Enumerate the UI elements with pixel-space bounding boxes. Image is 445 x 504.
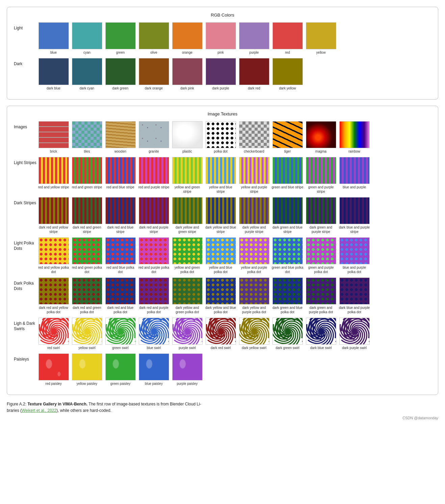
texture-label: dark red and yellow stripe: [37, 225, 70, 234]
texture-item: green paisley: [104, 353, 136, 386]
citation-link[interactable]: Weikert et al., 2022: [22, 408, 56, 413]
swirl-texture: [38, 318, 69, 345]
texture-label: purple swirl: [179, 346, 196, 350]
rgb-title: RGB Colors: [14, 12, 431, 18]
texture-label: dark yellow and purple polka dot: [238, 306, 270, 314]
swatch-label: yellow: [316, 50, 326, 55]
texture-item: dark yellow and green polka dot: [171, 277, 203, 314]
texture-item: dark red and yellow stripe: [37, 197, 70, 234]
swatch-item: pink: [205, 22, 237, 55]
texture-swatches-row: red swirlyellow swirlgreen swirlblue swi…: [37, 318, 370, 350]
texture-label: wooden: [114, 149, 126, 154]
texture-box: [172, 157, 203, 184]
texture-label: red and blue polka dot: [104, 265, 136, 274]
texture-box: [306, 277, 336, 304]
texture-item: dark yellow swirl: [238, 318, 270, 350]
texture-box: [105, 157, 136, 184]
texture-box: [339, 157, 370, 184]
texture-box: [206, 237, 236, 264]
texture-item: green and purple stripe: [305, 157, 337, 194]
texture-label: red and purple polka dot: [138, 265, 170, 274]
swatch-label: dark cyan: [80, 86, 94, 90]
swatch-item: dark blue: [37, 58, 70, 90]
texture-label: yellow and blue polka dot: [205, 265, 237, 274]
texture-label: dark yellow and green stripe: [171, 225, 203, 234]
texture-box: [172, 353, 203, 380]
swatch-item: green: [104, 22, 136, 55]
texture-label: blue and purple: [343, 185, 366, 189]
row-label: Images: [14, 121, 37, 130]
texture-item: tiger: [271, 121, 304, 154]
texture-box: [206, 157, 236, 184]
texture-row: Imagesbricktileswoodengraniteplasticpolk…: [14, 121, 431, 154]
texture-label: blue paisley: [145, 381, 163, 386]
texture-item: yellow swirl: [71, 318, 103, 350]
texture-item: red and yellow polka dot: [37, 237, 70, 274]
texture-box: [339, 121, 370, 148]
texture-box: [139, 353, 169, 380]
texture-box: [172, 237, 203, 264]
texture-label: yellow paisley: [77, 381, 98, 386]
color-swatch: [38, 22, 69, 49]
texture-label: purple paisley: [177, 381, 198, 386]
texture-box: [239, 197, 269, 224]
texture-swatches-row: dark red and yellow polka dotdark red an…: [37, 277, 370, 314]
swatch-label: dark purple: [212, 86, 229, 90]
texture-row: Light Polka Dotsred and yellow polka dot…: [14, 237, 431, 274]
texture-label: blue swirl: [147, 346, 161, 350]
watermark: CSDN @datamonday: [7, 416, 438, 420]
texture-box: [72, 353, 102, 380]
row-label: Light Polka Dots: [14, 237, 37, 251]
swatch-label: dark orange: [145, 86, 163, 90]
swirl-texture: [306, 318, 336, 345]
texture-label: yellow and purple stripe: [238, 185, 270, 194]
texture-box: [272, 277, 303, 304]
texture-label: yellow and blue stripe: [205, 185, 237, 194]
color-swatch: [72, 22, 102, 49]
texture-label: checkerboard: [244, 149, 264, 154]
swatch-label: green: [116, 50, 125, 55]
swirl-texture: [139, 318, 169, 345]
texture-label: polka dot: [214, 149, 228, 154]
texture-label: dark yellow and green polka dot: [171, 306, 203, 314]
texture-label: red and blue stripe: [106, 185, 134, 189]
texture-box: [105, 197, 136, 224]
swatch-item: dark pink: [171, 58, 203, 90]
swatch-label: cyan: [83, 50, 90, 55]
texture-label: dark red and yellow polka dot: [37, 306, 70, 314]
texture-item: red paisley: [37, 353, 70, 386]
swatch-label: blue: [50, 50, 57, 55]
texture-label: tiles: [84, 149, 90, 154]
swatch-label: orange: [182, 50, 192, 55]
texture-box: [72, 157, 102, 184]
texture-item: rainbow: [338, 121, 370, 154]
texture-box: [272, 197, 303, 224]
texture-item: dark green and blue polka dot: [271, 277, 304, 314]
texture-item: granite: [138, 121, 170, 154]
texture-label: green paisley: [110, 381, 130, 386]
texture-item: polka dot: [205, 121, 237, 154]
texture-label: dark green swirl: [276, 346, 299, 350]
texture-label: red paisley: [45, 381, 61, 386]
swatch-item: cyan: [71, 22, 103, 55]
texture-item: yellow and purple polka dot: [238, 237, 270, 274]
texture-label: blue and purple polka dot: [338, 265, 370, 274]
rgb-section: RGB Colors Light bluecyangreenoliveorang…: [7, 7, 438, 100]
texture-item: plastic: [171, 121, 203, 154]
texture-row: Dark Polka Dotsdark red and yellow polka…: [14, 277, 431, 314]
texture-label: green and blue stripe: [272, 185, 304, 189]
texture-label: dark red and blue stripe: [104, 225, 136, 234]
swatch-label: purple: [250, 50, 259, 55]
texture-box: [239, 157, 269, 184]
texture-item: checkerboard: [238, 121, 270, 154]
texture-item: purple paisley: [171, 353, 203, 386]
texture-label: dark red and purple stripe: [138, 225, 170, 234]
swirl-texture: [72, 318, 102, 345]
texture-label: rainbow: [348, 149, 360, 154]
color-swatch: [38, 58, 69, 85]
texture-label: yellow and green stripe: [171, 185, 203, 194]
texture-box: [239, 121, 269, 148]
texture-item: dark blue and purple polka dot: [338, 277, 370, 314]
texture-box: [38, 197, 69, 224]
texture-label: dark purple swirl: [342, 346, 367, 350]
